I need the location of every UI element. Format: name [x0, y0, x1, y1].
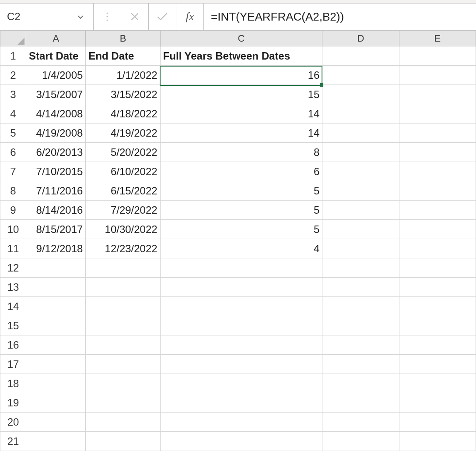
cell-A9[interactable]: 8/14/2016 [26, 201, 86, 220]
cell-C1[interactable]: Full Years Between Dates [160, 46, 322, 66]
row-header[interactable]: 6 [0, 143, 26, 162]
cell-E10[interactable] [399, 220, 476, 239]
cell[interactable] [26, 258, 86, 278]
row-header[interactable]: 2 [0, 66, 26, 85]
row-header[interactable]: 1 [0, 46, 26, 66]
select-all-corner[interactable] [0, 31, 26, 46]
cell-D1[interactable] [322, 46, 399, 66]
cell[interactable] [322, 258, 399, 278]
cell[interactable] [86, 316, 160, 335]
cell-C11[interactable]: 4 [160, 239, 322, 258]
row-header[interactable]: 11 [0, 239, 26, 258]
cell-A4[interactable]: 4/14/2008 [26, 104, 86, 123]
cell[interactable] [26, 393, 86, 413]
cell-C2[interactable]: 16 [160, 66, 322, 85]
column-header-B[interactable]: B [86, 31, 160, 46]
row-header[interactable]: 10 [0, 220, 26, 239]
cell[interactable] [322, 297, 399, 316]
cell-B3[interactable]: 3/15/2022 [86, 85, 160, 104]
cell[interactable] [26, 413, 86, 432]
row-header[interactable]: 8 [0, 181, 26, 201]
cell-C7[interactable]: 6 [160, 162, 322, 181]
cell[interactable] [26, 335, 86, 355]
cells-grid[interactable]: A B C D E 1 Start Date End Date Full Yea… [0, 30, 476, 451]
cell[interactable] [399, 355, 476, 374]
row-header[interactable]: 21 [0, 432, 26, 451]
cell[interactable] [26, 355, 86, 374]
cell-E9[interactable] [399, 201, 476, 220]
cell-B7[interactable]: 6/10/2022 [86, 162, 160, 181]
name-box[interactable]: C2 [3, 7, 88, 26]
column-header-A[interactable]: A [26, 31, 86, 46]
cell-C4[interactable]: 14 [160, 104, 322, 123]
cell-A6[interactable]: 6/20/2013 [26, 143, 86, 162]
cell-D11[interactable] [322, 239, 399, 258]
cell-D6[interactable] [322, 143, 399, 162]
cell[interactable] [399, 297, 476, 316]
cell-A3[interactable]: 3/15/2007 [26, 85, 86, 104]
cell[interactable] [322, 413, 399, 432]
cell-A8[interactable]: 7/11/2016 [26, 181, 86, 201]
cell-D5[interactable] [322, 123, 399, 143]
cell[interactable] [399, 258, 476, 278]
row-header[interactable]: 7 [0, 162, 26, 181]
row-header[interactable]: 12 [0, 258, 26, 278]
cell-E3[interactable] [399, 85, 476, 104]
column-header-E[interactable]: E [399, 31, 476, 46]
cell[interactable] [26, 374, 86, 393]
column-header-D[interactable]: D [322, 31, 399, 46]
cell-B6[interactable]: 5/20/2022 [86, 143, 160, 162]
row-header[interactable]: 9 [0, 201, 26, 220]
worksheet[interactable]: A B C D E 1 Start Date End Date Full Yea… [0, 30, 476, 455]
cell[interactable] [86, 432, 160, 451]
cell[interactable] [26, 278, 86, 297]
cell-E7[interactable] [399, 162, 476, 181]
row-header[interactable]: 20 [0, 413, 26, 432]
cell[interactable] [160, 297, 322, 316]
cell-A10[interactable]: 8/15/2017 [26, 220, 86, 239]
cell-A1[interactable]: Start Date [26, 46, 86, 66]
cell-A5[interactable]: 4/19/2008 [26, 123, 86, 143]
cell[interactable] [26, 297, 86, 316]
cell-D9[interactable] [322, 201, 399, 220]
cell-B5[interactable]: 4/19/2022 [86, 123, 160, 143]
cell[interactable] [86, 355, 160, 374]
cell[interactable] [399, 278, 476, 297]
row-header[interactable]: 15 [0, 316, 26, 335]
formula-bar-input[interactable]: =INT(YEARFRAC(A2,B2)) [204, 4, 476, 30]
cell-B8[interactable]: 6/15/2022 [86, 181, 160, 201]
cell[interactable] [160, 374, 322, 393]
cell[interactable] [399, 316, 476, 335]
column-header-C[interactable]: C [160, 31, 322, 46]
cell[interactable] [86, 278, 160, 297]
cell-B2[interactable]: 1/1/2022 [86, 66, 160, 85]
row-header[interactable]: 5 [0, 123, 26, 143]
cell-D8[interactable] [322, 181, 399, 201]
cell[interactable] [86, 258, 160, 278]
cell-E1[interactable] [399, 46, 476, 66]
cell[interactable] [399, 393, 476, 413]
cell[interactable] [86, 413, 160, 432]
cell[interactable] [399, 374, 476, 393]
cell-D2[interactable] [322, 66, 399, 85]
cell[interactable] [160, 355, 322, 374]
insert-function-button[interactable]: fx [176, 4, 204, 30]
cell-A2[interactable]: 1/4/2005 [26, 66, 86, 85]
cell[interactable] [160, 278, 322, 297]
cell[interactable] [322, 355, 399, 374]
cell[interactable] [160, 432, 322, 451]
cell-C10[interactable]: 5 [160, 220, 322, 239]
cell[interactable] [26, 432, 86, 451]
cell-A11[interactable]: 9/12/2018 [26, 239, 86, 258]
chevron-down-icon[interactable] [77, 7, 84, 26]
cell[interactable] [322, 335, 399, 355]
cell[interactable] [160, 393, 322, 413]
cell-C5[interactable]: 14 [160, 123, 322, 143]
cell-A7[interactable]: 7/10/2015 [26, 162, 86, 181]
cell-E8[interactable] [399, 181, 476, 201]
cell[interactable] [86, 335, 160, 355]
row-header[interactable]: 17 [0, 355, 26, 374]
cell-E6[interactable] [399, 143, 476, 162]
cell[interactable] [322, 316, 399, 335]
cell-B4[interactable]: 4/18/2022 [86, 104, 160, 123]
